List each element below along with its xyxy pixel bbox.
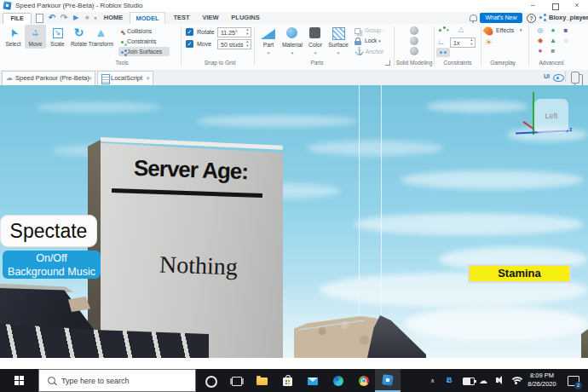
bluetooth-icon[interactable]: Ƀ — [447, 369, 453, 392]
edge-button[interactable] — [326, 369, 351, 392]
constraint-scale-input[interactable]: 1x ▴▾ — [450, 37, 476, 48]
chrome-button[interactable] — [351, 369, 377, 392]
search-placeholder: Type here to search — [61, 370, 130, 392]
ui-visibility-toggle[interactable]: UI — [544, 73, 550, 79]
tab-localscript[interactable]: LocalScript × — [97, 71, 153, 85]
surface-dropdown-icon[interactable]: ▾ — [324, 50, 353, 55]
run-script-icon[interactable]: ▲ — [547, 36, 559, 45]
script-icon[interactable]: ○ — [560, 36, 572, 45]
tab-home[interactable]: HOME — [99, 12, 128, 24]
windows-logo-icon — [14, 376, 19, 380]
undo-button[interactable]: ↶ — [47, 12, 57, 24]
taskbar-clock[interactable]: 8:09 PM 8/26/2020 — [522, 372, 562, 389]
file-explorer-button[interactable] — [249, 369, 274, 392]
transform-pyramid-icon: ▲ — [90, 26, 112, 40]
reflect-icon[interactable]: ∟ — [437, 37, 445, 46]
view-selector-cube[interactable]: Left — [534, 99, 568, 133]
group-button[interactable]: Group - — [355, 26, 384, 35]
effects-dropdown-icon[interactable]: ▾ — [520, 27, 522, 32]
lock-button[interactable]: Lock ▾ — [355, 37, 381, 45]
tray-expand-chevron-icon[interactable]: ∧ — [430, 369, 435, 392]
model-icon[interactable]: ● — [547, 26, 559, 35]
constraint-details-icon[interactable]: △ — [458, 26, 464, 33]
separate-icon[interactable] — [410, 47, 418, 55]
tab-plugins[interactable]: PLUGINS — [227, 12, 264, 24]
parts-dialog-launcher-icon[interactable] — [385, 61, 390, 66]
surface-icon[interactable] — [332, 27, 345, 40]
cloud — [401, 170, 584, 189]
cortana-button[interactable] — [198, 369, 223, 392]
close-tab-icon[interactable]: × — [146, 72, 150, 85]
mail-button[interactable] — [300, 369, 326, 392]
transform-tool-button[interactable]: ▲ Transform — [90, 25, 112, 49]
task-view-icon — [232, 377, 242, 386]
stop-button[interactable]: ■ — [82, 12, 92, 24]
color-icon[interactable] — [309, 27, 320, 38]
eye-icon[interactable] — [553, 74, 564, 82]
move-snap-checkbox[interactable]: ✓ — [186, 40, 193, 48]
constraint-dropdown-icon[interactable]: ▾ — [447, 27, 449, 32]
task-view-button[interactable] — [223, 369, 249, 392]
onedrive-cloud-icon[interactable]: ☁ — [479, 376, 487, 392]
negate-icon[interactable] — [410, 37, 418, 45]
move-snap-input[interactable]: 50 studs ▴▾ — [217, 39, 251, 49]
insert-object-icon[interactable]: ◎ — [534, 26, 546, 35]
effects-button[interactable]: Effects — [496, 27, 514, 33]
device-emulation-icon[interactable] — [571, 72, 579, 84]
start-button[interactable] — [0, 369, 38, 392]
save-button[interactable] — [35, 12, 43, 24]
taskbar: Type here to search ∧ Ƀ ☁ 8:09 PM 8/26/2… — [0, 369, 588, 392]
viewport-3d[interactable]: Server Age: Nothing Left z Spectate On/O… — [0, 85, 588, 358]
background-music-toggle-button[interactable]: On/Off Background Music — [3, 251, 101, 279]
move-snap-stepper[interactable]: ▴▾ — [245, 39, 250, 48]
create-constraint-icon[interactable] — [439, 29, 441, 32]
ribbon: ➤ Select ↔ ↕ Move ↘ Scale ↻ Rotate ▲ Tra… — [0, 24, 588, 71]
part-icon[interactable] — [261, 29, 275, 39]
collision-groups-icon[interactable]: ◆ — [534, 36, 546, 45]
spawn-sun-icon[interactable]: ☀ — [485, 37, 493, 47]
effects-flame-icon[interactable] — [482, 25, 494, 37]
redo-button[interactable]: ↷ — [59, 12, 69, 24]
rotate-snap-input[interactable]: 11.25° ▴▾ — [217, 27, 251, 37]
notifications-bell-icon[interactable] — [470, 14, 477, 21]
maximize-button[interactable] — [544, 0, 566, 12]
taskbar-search[interactable]: Type here to search — [38, 369, 196, 392]
selection-outline-line — [381, 85, 382, 331]
tab-game-view[interactable]: ☁ Speed Parkour (Pre-Beta) × — [2, 71, 95, 85]
whats-new-button[interactable]: What's New — [480, 13, 522, 23]
document-tab-bar: ☁ Speed Parkour (Pre-Beta) × LocalScript… — [0, 70, 588, 86]
service-icon[interactable]: ■ — [560, 26, 572, 35]
tab-test[interactable]: TEST — [169, 12, 194, 24]
rotate-snap-stepper[interactable]: ▴▾ — [245, 27, 250, 36]
help-icon[interactable]: ? — [527, 14, 536, 23]
anchor-button[interactable]: ⚓ Anchor — [355, 47, 383, 56]
battery-icon[interactable] — [463, 378, 475, 385]
volume-icon[interactable] — [496, 378, 499, 383]
join-surfaces-toggle[interactable]: Join Surfaces — [118, 47, 170, 56]
microsoft-store-button[interactable] — [274, 369, 300, 392]
share-icon[interactable] — [539, 16, 542, 19]
spectate-button[interactable]: Spectate — [0, 215, 97, 247]
minimize-button[interactable]: – — [522, 0, 544, 12]
collisions-toggle[interactable]: Collisions — [118, 26, 170, 36]
roblox-studio-taskbar-button[interactable] — [375, 369, 401, 392]
join-surfaces-icon — [121, 51, 124, 54]
constraints-toggle[interactable]: Constraints — [118, 37, 170, 46]
localscript-icon[interactable]: ● — [534, 46, 546, 55]
material-icon[interactable] — [286, 27, 297, 38]
account-dropdown-icon[interactable]: ▾ — [582, 12, 588, 24]
union-icon[interactable] — [410, 26, 418, 35]
modulescript-icon[interactable]: ■ — [547, 46, 559, 55]
constraint-scale-stepper[interactable]: ▴▾ — [469, 37, 474, 46]
show-constraints-toggle[interactable] — [436, 48, 450, 57]
tab-view[interactable]: VIEW — [198, 12, 223, 24]
close-tab-icon[interactable]: × — [88, 72, 92, 85]
tab-model[interactable]: MODEL — [130, 12, 165, 25]
rotate-snap-checkbox[interactable]: ✓ — [186, 28, 193, 36]
close-button[interactable]: × — [566, 0, 588, 12]
play-button[interactable]: ▶ — [71, 12, 81, 24]
stamina-button[interactable]: Stamina — [468, 264, 571, 283]
lock-dropdown-icon[interactable]: ▾ — [378, 38, 381, 43]
surface-button[interactable]: Surface — [324, 42, 353, 48]
quick-access-dropdown-icon[interactable]: ▾ — [92, 12, 99, 24]
